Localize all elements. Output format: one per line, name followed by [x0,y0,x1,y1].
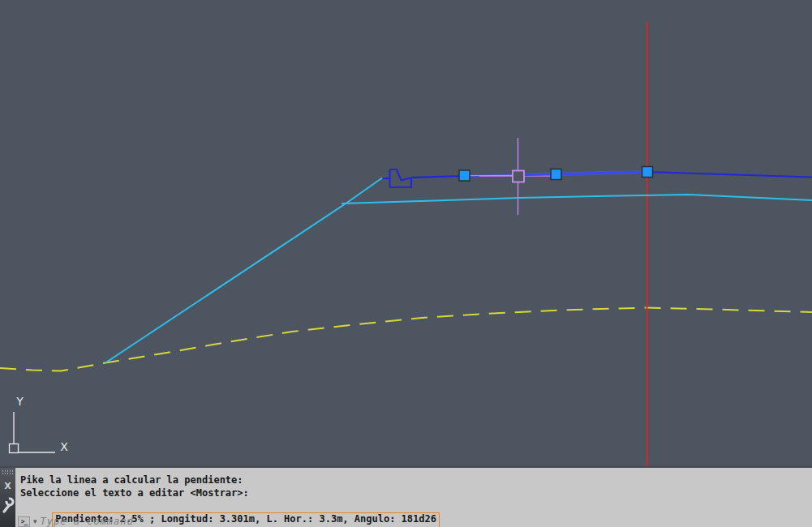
ucs-x-label: X [60,440,68,453]
close-command-panel-button[interactable]: X [0,481,15,491]
customize-wrench-icon[interactable] [1,495,15,518]
ucs-y-label: Y [15,395,24,408]
drawing-svg: Y X [0,0,812,466]
ucs-icon: Y X [10,395,69,453]
drag-handle-dots-icon[interactable] [2,469,14,475]
cad-application-window: { "viewport": { "background_color": "#4C… [0,0,812,527]
grip-middle[interactable] [551,169,561,180]
command-history-area: Pike la linea a calcular la pendiente: S… [15,468,812,527]
slope-diagonal-line[interactable] [105,178,382,363]
command-panel-sidebar: X [0,468,15,527]
command-history-line: Pike la linea a calcular la pendiente: [20,473,243,486]
terrain-dashed-line[interactable] [0,308,812,371]
command-prompt-row: >_ ▾ Type a command [18,516,134,527]
command-history-line-result: Pendiente: 2.5% ; Longitud: 3.301m, L. H… [20,499,440,512]
recent-commands-dropdown-icon[interactable]: ▾ [33,517,37,525]
grip-right[interactable] [642,167,653,178]
command-line-panel: X Pike la linea a calcular la pendiente:… [0,466,812,527]
grip-left[interactable] [459,170,470,181]
command-prompt-icon[interactable]: >_ [18,516,30,527]
model-space-canvas[interactable]: Y X [0,0,812,466]
lower-profile-line[interactable] [342,195,812,204]
command-history-line: Seleccione el texto a editar <Mostrar>: [20,486,249,499]
hover-grip[interactable] [513,171,524,182]
ditch-symbol-polyline[interactable] [383,169,411,187]
command-input[interactable]: Type a command [41,516,134,527]
